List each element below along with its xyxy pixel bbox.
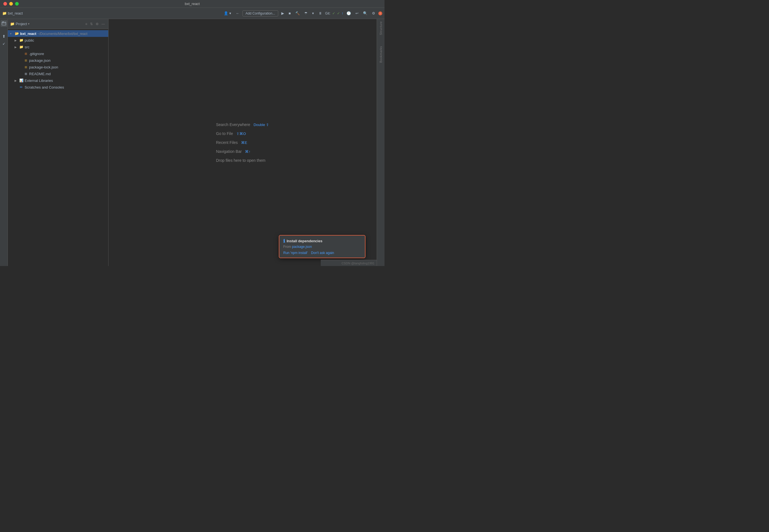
notification-link[interactable]: package.json bbox=[292, 245, 312, 249]
notification-title-text: Install dependencies bbox=[287, 239, 322, 243]
hint-nav-label: Navigation Bar bbox=[216, 149, 242, 154]
git-rollback-button[interactable]: ↩ bbox=[354, 10, 360, 16]
public-folder-icon: 📁 bbox=[19, 38, 23, 42]
build-button[interactable]: 🔨 bbox=[294, 10, 301, 16]
root-folder-icon: 📂 bbox=[15, 31, 19, 36]
hint-search-label: Search Everywhere bbox=[216, 122, 250, 127]
panel-close-button[interactable]: — bbox=[100, 22, 106, 27]
notification-info-icon: ℹ bbox=[283, 238, 285, 244]
gitignore-file-icon: ⊞ bbox=[23, 51, 28, 56]
notification-body: From package.json bbox=[283, 245, 361, 249]
window-title: bxt_react bbox=[185, 2, 200, 6]
hint-drop-label: Drop files here to open them bbox=[216, 158, 266, 163]
src-label: src bbox=[25, 45, 29, 49]
panel-folder-icon: 📁 bbox=[10, 22, 15, 26]
hint-recent-shortcut: ⌘E bbox=[241, 141, 247, 145]
status-bar: CSDN @tangfuling1991 bbox=[321, 260, 377, 266]
settings-button[interactable]: ⚙ bbox=[371, 10, 377, 16]
src-folder-icon: 📁 bbox=[19, 45, 23, 49]
add-configuration-button[interactable]: Add Configuration... bbox=[243, 10, 278, 16]
editor-hints: Search Everywhere Double ⇧ Go to File ⇧⌘… bbox=[216, 122, 269, 163]
sidebar-item-project[interactable] bbox=[1, 20, 7, 27]
back-button[interactable]: ← bbox=[234, 10, 241, 16]
root-label: bxt_react ~/Documents/Miene/bxt/bxt_reac… bbox=[20, 32, 87, 36]
project-selector[interactable]: 📁 bxt_react bbox=[2, 11, 23, 15]
minimize-button[interactable] bbox=[9, 2, 13, 6]
notification-actions: Run 'npm install' Don't ask again bbox=[283, 251, 361, 255]
right-sidebar-panel: Structure Bookmarks bbox=[377, 19, 384, 266]
expand-button[interactable]: ⇅ bbox=[89, 22, 94, 27]
tree-item-public[interactable]: ▶ 📁 public bbox=[8, 37, 108, 44]
hint-navigation-bar: Navigation Bar ⌘↑ bbox=[216, 149, 269, 154]
tree-item-scratches[interactable]: ✏ Scratches and Consoles bbox=[8, 84, 108, 91]
hint-goto-label: Go to File bbox=[216, 131, 233, 136]
gitignore-label: .gitignore bbox=[29, 52, 44, 56]
collapse-all-button[interactable]: ≡ bbox=[84, 22, 88, 27]
maximize-button[interactable] bbox=[15, 2, 19, 6]
tree-item-readme[interactable]: ⊞ README.md bbox=[8, 70, 108, 77]
tree-item-package-lock-json[interactable]: ⊞ package-lock.json bbox=[8, 64, 108, 70]
panel-dropdown-arrow[interactable]: ▾ bbox=[28, 22, 30, 26]
notification-body-text: From bbox=[283, 245, 292, 249]
coverage-button[interactable]: ☂ bbox=[303, 10, 309, 16]
more-run-button[interactable]: ▾ bbox=[311, 10, 315, 16]
hint-nav-shortcut: ⌘↑ bbox=[245, 149, 251, 154]
stop-button[interactable]: ■ bbox=[287, 10, 292, 16]
panel-title-label: Project bbox=[16, 22, 27, 26]
structure-label[interactable]: Structure bbox=[379, 21, 383, 35]
scratches-label: Scratches and Consoles bbox=[25, 85, 64, 89]
hint-search-shortcut: Double ⇧ bbox=[254, 123, 269, 127]
status-text: CSDN @tangfuling1991 bbox=[341, 262, 374, 265]
public-label: public bbox=[25, 38, 34, 42]
main-layout: ⬆ ↙ 📁 Project ▾ ≡ ⇅ ⚙ — ▾ 📂 bbox=[0, 19, 384, 266]
ext-libs-label: External Libraries bbox=[25, 79, 53, 83]
project-name: bxt_react bbox=[8, 11, 23, 15]
panel-header: 📁 Project ▾ ≡ ⇅ ⚙ — bbox=[8, 19, 108, 29]
public-arrow-icon: ▶ bbox=[15, 39, 18, 42]
ext-libs-arrow-icon: ▶ bbox=[15, 79, 18, 82]
bookmarks-label[interactable]: Bookmarks bbox=[379, 46, 383, 63]
tree-item-root[interactable]: ▾ 📂 bxt_react ~/Documents/Miene/bxt/bxt_… bbox=[8, 30, 108, 37]
git-label: Git: bbox=[325, 11, 331, 15]
git-push-icon: ↑ bbox=[342, 11, 344, 15]
readme-icon: ⊞ bbox=[23, 72, 28, 76]
user-icon-button[interactable]: 👤 ▾ bbox=[222, 10, 233, 16]
hint-drop-files: Drop files here to open them bbox=[216, 158, 269, 163]
package-lock-label: package-lock.json bbox=[29, 65, 58, 69]
readme-label: README.md bbox=[29, 72, 51, 76]
hint-go-to-file: Go to File ⇧⌘O bbox=[216, 131, 269, 136]
svg-rect-0 bbox=[2, 22, 6, 25]
sidebar-item-pull-requests[interactable]: ↙ bbox=[1, 40, 7, 47]
tree-item-src[interactable]: ▶ 📁 src bbox=[8, 44, 108, 50]
sidebar-item-commit[interactable]: ⬆ bbox=[1, 33, 7, 40]
notification-title: ℹ Install dependencies bbox=[283, 238, 361, 244]
search-everywhere-button[interactable]: 🔍 bbox=[362, 10, 369, 16]
dont-ask-again-button[interactable]: Don't ask again bbox=[311, 251, 334, 255]
root-arrow-icon: ▾ bbox=[10, 32, 13, 35]
hint-recent-label: Recent Files bbox=[216, 140, 238, 145]
tree-item-external-libraries[interactable]: ▶ 📊 External Libraries bbox=[8, 77, 108, 84]
package-lock-icon: ⊞ bbox=[23, 65, 28, 69]
run-button[interactable]: ▶ bbox=[280, 10, 286, 16]
panel-actions: ≡ ⇅ ⚙ — bbox=[84, 22, 106, 27]
panel-settings-button[interactable]: ⚙ bbox=[94, 22, 100, 27]
file-tree: ▾ 📂 bxt_react ~/Documents/Miene/bxt/bxt_… bbox=[8, 29, 108, 266]
close-button[interactable] bbox=[3, 2, 7, 6]
hint-search-everywhere: Search Everywhere Double ⇧ bbox=[216, 122, 269, 127]
suspend-button[interactable]: ⏸ bbox=[317, 10, 324, 16]
file-tree-panel: 📁 Project ▾ ≡ ⇅ ⚙ — ▾ 📂 bxt_react ~/Docu… bbox=[8, 19, 108, 266]
run-npm-install-button[interactable]: Run 'npm install' bbox=[283, 251, 308, 255]
ext-libs-icon: 📊 bbox=[19, 78, 23, 83]
git-history-button[interactable]: 🕐 bbox=[345, 10, 352, 16]
tree-item-gitignore[interactable]: ⊞ .gitignore bbox=[8, 50, 108, 57]
notification-badge: ! bbox=[378, 11, 382, 15]
package-json-label: package.json bbox=[29, 58, 51, 63]
toolbar-right: 👤 ▾ ← Add Configuration... ▶ ■ 🔨 ☂ ▾ ⏸ G… bbox=[222, 10, 382, 16]
titlebar: bxt_react bbox=[0, 0, 384, 8]
svg-rect-1 bbox=[3, 22, 4, 22]
git-check2-icon: ✓ bbox=[337, 11, 340, 15]
git-check1-icon: ✓ bbox=[332, 11, 335, 15]
tree-item-package-json[interactable]: ⊞ package.json bbox=[8, 57, 108, 64]
folder-icon: 📁 bbox=[2, 11, 7, 15]
editor-area: Search Everywhere Double ⇧ Go to File ⇧⌘… bbox=[108, 19, 377, 266]
